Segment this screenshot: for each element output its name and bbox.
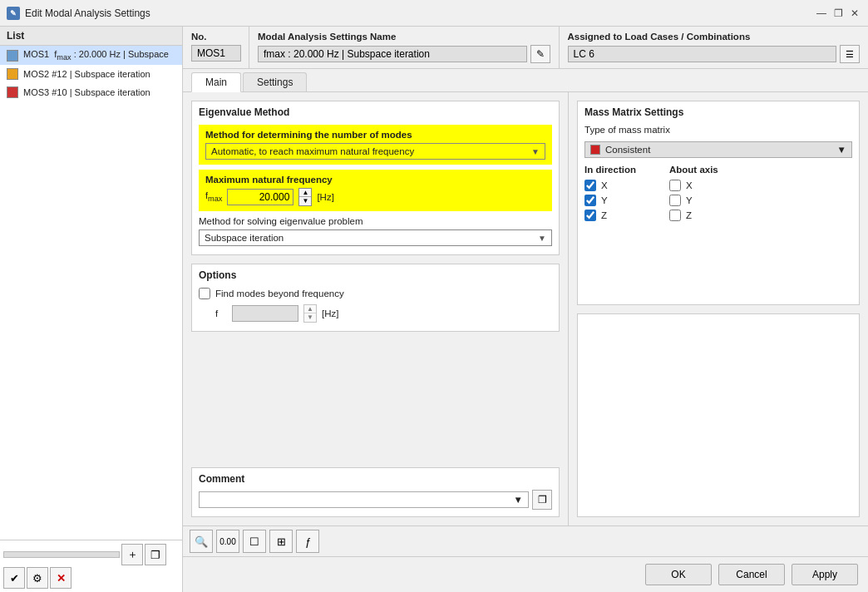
axis-z-checkbox[interactable] — [669, 210, 681, 221]
mass-empty-area — [577, 313, 860, 518]
direction-row: In direction X Y — [584, 165, 852, 221]
main-section: Eigenvalue Method Method for determining… — [183, 92, 569, 525]
name-input[interactable] — [258, 46, 527, 62]
apply-button[interactable]: Apply — [792, 564, 858, 585]
mass-type-dropdown-row: Consistent ▼ — [584, 141, 852, 158]
axis-x-row: X — [669, 180, 718, 191]
comment-dropdown[interactable]: ▼ — [199, 491, 529, 508]
mass-type-label: Type of mass matrix — [584, 125, 852, 135]
assigned-label: Assigned to Load Cases / Combinations — [568, 32, 861, 42]
fmax-label: fmax — [205, 190, 222, 203]
axis-y-label: Y — [686, 195, 693, 205]
name-label: Modal Analysis Settings Name — [258, 32, 550, 42]
sidebar-item-mos1[interactable]: MOS1 fmax : 20.000 Hz | Subspace — [0, 46, 182, 65]
sidebar-copy-button[interactable]: ❐ — [145, 544, 166, 565]
minimize-button[interactable]: — — [815, 7, 828, 20]
function-button[interactable]: ƒ — [296, 530, 319, 553]
top-row: No. Modal Analysis Settings Name ✎ Assig… — [183, 27, 868, 69]
dir-z-checkbox[interactable] — [584, 210, 596, 221]
ok-button[interactable]: OK — [645, 564, 712, 585]
no-cell: No. — [183, 27, 249, 68]
sidebar-check-button[interactable]: ✔ — [3, 567, 25, 589]
dir-x-row: X — [584, 180, 636, 191]
sidebar-item-mos1-label: MOS1 fmax : 20.000 Hz | Subspace — [23, 49, 169, 62]
axis-x-checkbox[interactable] — [669, 180, 681, 191]
window-controls: — ❐ ✕ — [815, 7, 861, 20]
f-spinner-down[interactable]: ▼ — [304, 313, 316, 322]
axis-y-row: Y — [669, 195, 718, 206]
solve-method-dropdown[interactable]: Subspace iteration ▼ — [199, 229, 552, 246]
find-modes-checkbox[interactable] — [199, 288, 210, 299]
lc-input-row: ☰ — [568, 45, 861, 63]
name-edit-button[interactable]: ✎ — [530, 45, 550, 63]
comment-group: Comment ▼ ❐ — [191, 467, 560, 517]
titlebar: ✎ Edit Modal Analysis Settings — ❐ ✕ — [0, 0, 868, 27]
f-label: f — [215, 308, 227, 318]
sidebar-item-mos2-label: MOS2 #12 | Subspace iteration — [23, 69, 150, 79]
sidebar-new-button[interactable]: ＋ — [121, 544, 143, 565]
axis-y-checkbox[interactable] — [669, 195, 681, 206]
dir-x-label: X — [601, 180, 608, 190]
sidebar-scrollbar[interactable] — [3, 551, 120, 558]
sidebar-item-mos3-label: MOS3 #10 | Subspace iteration — [23, 87, 150, 97]
comment-body: ▼ ❐ — [192, 486, 559, 516]
tab-main[interactable]: Main — [191, 72, 241, 92]
mass-type-dropdown[interactable]: Consistent ▼ — [584, 141, 852, 158]
fmax-spinner-down[interactable]: ▼ — [299, 197, 311, 205]
sidebar-item-mos3[interactable]: MOS3 #10 | Subspace iteration — [0, 83, 182, 101]
mass-title: Mass Matrix Settings — [578, 101, 859, 120]
fmax-input[interactable] — [227, 189, 293, 205]
close-button[interactable]: ✕ — [848, 7, 861, 20]
sidebar: List MOS1 fmax : 20.000 Hz | Subspace MO… — [0, 27, 183, 592]
assigned-cell: Assigned to Load Cases / Combinations ☰ — [560, 27, 869, 68]
content-area: List MOS1 fmax : 20.000 Hz | Subspace MO… — [0, 27, 868, 592]
name-cell: Modal Analysis Settings Name ✎ — [249, 27, 560, 68]
method-determining-label: Method for determining the number of mod… — [205, 130, 545, 140]
f-spinner[interactable]: ▲ ▼ — [303, 304, 317, 323]
method-determining-dropdown-row: Automatic, to reach maximum natural freq… — [205, 143, 545, 160]
lc-input[interactable] — [568, 46, 837, 62]
no-input[interactable] — [191, 45, 241, 62]
lc-edit-button[interactable]: ☰ — [840, 45, 860, 63]
f-input-row: f ▲ ▼ [Hz] — [215, 304, 552, 323]
fmax-spinner-up[interactable]: ▲ — [299, 189, 311, 197]
options-body: Find modes beyond frequency f ▲ ▼ [Hz] — [192, 283, 559, 331]
view-button[interactable]: ☐ — [243, 530, 266, 553]
tabs-bar: Main Settings — [183, 69, 868, 92]
f-unit: [Hz] — [322, 308, 338, 318]
mass-section: Mass Matrix Settings Type of mass matrix… — [569, 92, 868, 525]
sidebar-item-mos2[interactable]: MOS2 #12 | Subspace iteration — [0, 65, 182, 83]
no-label: No. — [191, 32, 240, 42]
bottom-toolbar: 🔍 0.00 ☐ ⊞ ƒ — [183, 525, 868, 556]
comment-chevron-icon: ▼ — [514, 495, 523, 505]
mos2-color-box — [7, 68, 18, 80]
options-title: Options — [192, 264, 559, 283]
name-input-row: ✎ — [258, 45, 550, 63]
main-spacer — [191, 340, 560, 459]
freq-input-row: fmax ▲ ▼ [Hz] — [205, 188, 545, 206]
cancel-button[interactable]: Cancel — [718, 564, 785, 585]
dir-z-row: Z — [584, 210, 636, 221]
solve-method-row: Method for solving eigenvalue problem Su… — [199, 216, 552, 246]
window-title: Edit Modal Analysis Settings — [25, 7, 810, 19]
tab-settings[interactable]: Settings — [243, 72, 307, 91]
decimal-button[interactable]: 0.00 — [216, 530, 239, 553]
axis-z-label: Z — [686, 210, 692, 220]
search-button[interactable]: 🔍 — [190, 530, 213, 553]
fmax-spinner[interactable]: ▲ ▼ — [298, 188, 312, 206]
dir-y-checkbox[interactable] — [584, 195, 596, 206]
options-group: Options Find modes beyond frequency f ▲ — [191, 264, 560, 332]
axis-x-label: X — [686, 180, 693, 190]
comment-copy-button[interactable]: ❐ — [532, 490, 552, 510]
f-input[interactable] — [232, 305, 298, 322]
restore-button[interactable]: ❐ — [831, 7, 845, 20]
sidebar-delete-button[interactable]: ✕ — [50, 567, 72, 589]
solve-method-value: Subspace iteration — [205, 233, 284, 243]
grid-button[interactable]: ⊞ — [269, 530, 293, 553]
dir-x-checkbox[interactable] — [584, 180, 596, 191]
mass-matrix-group: Mass Matrix Settings Type of mass matrix… — [577, 101, 860, 305]
f-spinner-up[interactable]: ▲ — [304, 305, 316, 313]
sidebar-settings-button[interactable]: ⚙ — [27, 567, 48, 589]
sidebar-header: List — [0, 27, 182, 46]
method-determining-dropdown[interactable]: Automatic, to reach maximum natural freq… — [205, 143, 545, 160]
